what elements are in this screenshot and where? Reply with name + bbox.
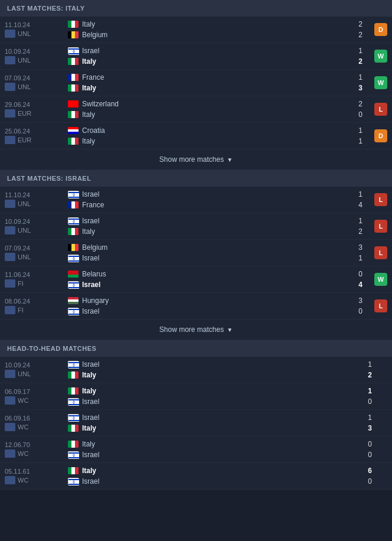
match-row: 07.09.24UNLFrance1Italy3W (0, 70, 392, 96)
result-badge-container: L (362, 299, 392, 312)
team-score: 2 (351, 227, 362, 236)
match-date: 07.09.24 (5, 74, 40, 82)
team-name: Israel (82, 307, 141, 315)
match-competition: EUR (5, 136, 31, 144)
show-more-label: Show more matches (159, 155, 224, 164)
team-line: Italy1 (68, 386, 372, 396)
match-competition: UNL (5, 200, 31, 208)
team-score: 1 (351, 254, 362, 262)
team-name: Italy (82, 20, 141, 28)
team-score: 3 (351, 84, 362, 92)
match-row: 29.06.24EURSwitzerland2Italy0L (0, 96, 392, 123)
svg-rect-39 (5, 396, 15, 405)
team-score: 3 (360, 424, 372, 432)
svg-rect-37 (68, 367, 79, 368)
team-name: Israel (82, 190, 141, 198)
svg-rect-49 (5, 449, 15, 458)
team-line: Belarus0 (68, 269, 362, 279)
match-date: 11.10.24 (5, 191, 40, 198)
team-name: Belgium (82, 243, 141, 252)
team-score: 0 (351, 270, 362, 278)
team-line: Israel1 (68, 359, 372, 370)
match-row: 05.11.61WCItaly6 Israel0 (0, 463, 392, 490)
match-date: 07.09.24 (5, 245, 40, 252)
svg-rect-17 (68, 223, 79, 224)
team-score: 1 (360, 413, 372, 422)
team-score: 1 (351, 126, 362, 135)
team-score: 1 (351, 190, 362, 198)
competition-label: EUR (18, 136, 31, 144)
team-score: 4 (351, 281, 362, 289)
team-name: Italy (82, 371, 141, 379)
result-badge: W (374, 273, 387, 286)
team-name: Italy (82, 440, 141, 448)
svg-rect-46 (68, 415, 79, 416)
team-name: Italy (82, 227, 141, 236)
team-line: Italy2 (68, 370, 372, 380)
competition-label: UNL (18, 83, 31, 90)
team-flag (68, 441, 79, 448)
team-name: Italy (82, 110, 141, 119)
team-line: Belgium3 (68, 242, 362, 253)
team-flag (68, 255, 79, 262)
team-line: Israel1 (68, 189, 362, 200)
svg-rect-14 (5, 226, 15, 234)
svg-rect-1 (5, 56, 15, 64)
match-row: 07.09.24UNLBelgium3 Israel1L (0, 240, 392, 266)
teams-block: Switzerland2Italy0 (68, 96, 362, 122)
competition-label: UNL (18, 370, 31, 377)
team-score: 0 (360, 451, 372, 459)
team-name: Israel (82, 477, 141, 485)
team-line: Italy2 (68, 56, 362, 67)
team-name: Hungary (82, 296, 141, 305)
svg-rect-0 (5, 30, 15, 38)
team-flag (68, 138, 79, 145)
result-badge-container: D (362, 129, 392, 142)
show-more-button[interactable]: Show more matches▼ (0, 320, 392, 340)
team-flag (68, 244, 79, 251)
teams-block: Italy2Belgium2 (68, 17, 362, 43)
svg-rect-36 (68, 362, 79, 363)
match-date: 10.09.24 (5, 361, 40, 369)
competition-label: UNL (18, 57, 31, 64)
team-name: Israel (82, 254, 141, 262)
team-flag (68, 217, 79, 224)
match-row: 11.06.24FIBelarus0 Israel4W (0, 266, 392, 293)
match-competition: WC (5, 396, 28, 405)
team-line: Italy6 (68, 465, 372, 476)
team-score: 2 (351, 100, 362, 108)
teams-block: Israel1Italy2 (68, 43, 362, 69)
team-name: France (82, 201, 141, 209)
svg-rect-51 (68, 452, 79, 454)
team-score: 1 (351, 73, 362, 82)
svg-rect-29 (5, 306, 15, 314)
team-line: Italy2 (68, 19, 362, 30)
match-competition: EUR (5, 109, 31, 118)
show-more-button[interactable]: Show more matches▼ (0, 149, 392, 170)
match-row: 11.10.24UNL Israel1France4L (0, 187, 392, 213)
team-flag (68, 58, 79, 65)
team-name: Israel (82, 451, 141, 459)
svg-rect-52 (68, 457, 79, 458)
svg-rect-8 (5, 136, 15, 144)
team-flag (68, 47, 79, 54)
match-row: 10.09.24UNL Israel1Italy2 (0, 357, 392, 383)
match-row: 11.10.24UNLItaly2Belgium2D (0, 17, 392, 43)
team-line: Italy2 (68, 226, 362, 237)
teams-block: Israel1Italy2 (68, 357, 372, 383)
competition-label: FI (18, 307, 24, 314)
teams-block: Hungary3 Israel0 (68, 293, 362, 319)
team-flag (68, 297, 79, 304)
svg-rect-24 (5, 279, 15, 288)
competition-label: WC (18, 397, 28, 404)
team-score: 6 (360, 467, 372, 475)
match-date: 12.06.70 (5, 441, 40, 448)
team-name: Switzerland (82, 100, 141, 108)
match-date: 08.06.24 (5, 298, 40, 305)
team-name: Israel (82, 281, 141, 289)
team-flag (68, 74, 79, 81)
result-badge-container: W (362, 50, 392, 63)
team-flag (68, 201, 79, 208)
match-date: 25.06.24 (5, 128, 40, 135)
team-score: 3 (351, 243, 362, 252)
